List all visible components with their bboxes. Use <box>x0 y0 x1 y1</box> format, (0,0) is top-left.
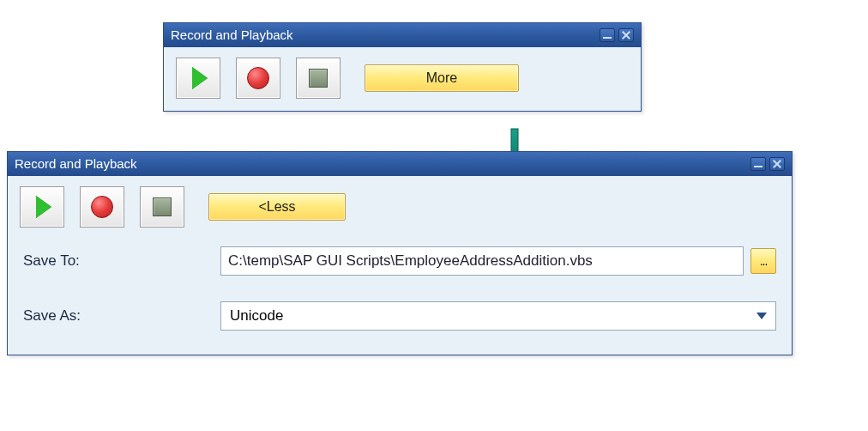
more-button[interactable]: More <box>365 64 519 92</box>
minimize-icon <box>603 37 612 39</box>
save-to-row: Save To: ... <box>8 240 792 282</box>
save-as-row: Save As: Unicode <box>8 294 792 337</box>
titlebar[interactable]: Record and Playback <box>164 23 641 47</box>
close-button[interactable] <box>618 28 634 42</box>
less-button[interactable]: <Less <box>208 193 346 221</box>
play-button[interactable] <box>20 186 64 228</box>
record-playback-dialog-collapsed: Record and Playback More <box>163 22 642 112</box>
save-to-field-wrap: ... <box>220 246 776 276</box>
record-playback-dialog-expanded: Record and Playback <Less Save To: ... S… <box>7 151 793 355</box>
dialog-title: Record and Playback <box>15 153 137 175</box>
save-as-field-wrap: Unicode <box>220 301 776 331</box>
stop-button[interactable] <box>296 58 341 99</box>
save-to-input[interactable] <box>220 246 744 276</box>
minimize-icon <box>754 166 763 167</box>
record-button[interactable] <box>236 58 280 99</box>
record-button[interactable] <box>80 186 124 228</box>
save-as-value: Unicode <box>230 307 283 325</box>
record-icon <box>91 196 113 218</box>
stop-icon <box>153 197 172 216</box>
titlebar[interactable]: Record and Playback <box>8 152 792 176</box>
stop-button[interactable] <box>140 186 184 228</box>
close-button[interactable] <box>769 157 785 171</box>
minimize-button[interactable] <box>750 157 766 171</box>
window-controls <box>750 157 785 171</box>
browse-button[interactable]: ... <box>750 248 776 274</box>
play-icon <box>192 67 208 89</box>
chevron-down-icon <box>756 313 767 319</box>
toolbar: <Less <box>8 176 792 240</box>
dialog-title: Record and Playback <box>171 24 293 46</box>
stop-icon <box>309 69 328 88</box>
record-icon <box>247 67 269 89</box>
minimize-button[interactable] <box>600 28 615 42</box>
toolbar: More <box>164 47 641 111</box>
window-controls <box>600 28 634 42</box>
save-as-label: Save As: <box>23 307 220 325</box>
save-as-select[interactable]: Unicode <box>220 301 776 331</box>
play-button[interactable] <box>176 58 220 99</box>
save-to-label: Save To: <box>23 252 220 270</box>
close-icon <box>772 159 782 169</box>
close-icon <box>621 30 631 40</box>
play-icon <box>36 196 51 218</box>
